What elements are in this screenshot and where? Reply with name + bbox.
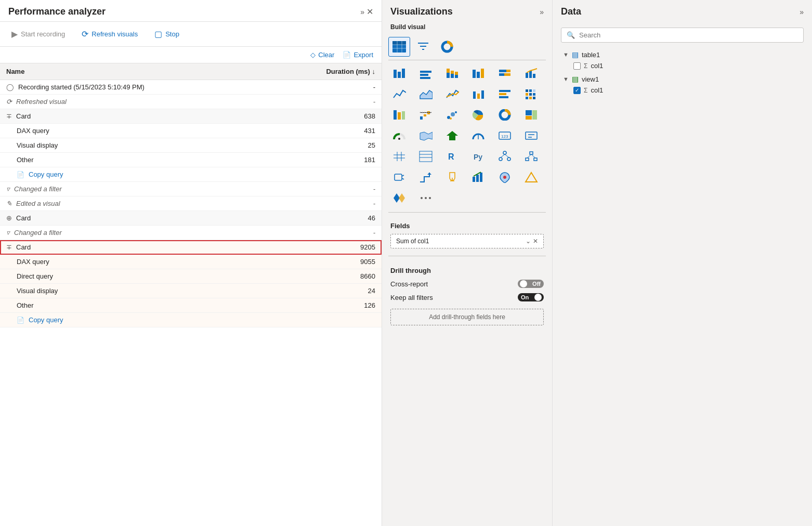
svg-rect-41 <box>533 89 535 92</box>
data-expand-icon[interactable]: » <box>800 8 804 16</box>
export-button[interactable]: 📄 Export <box>343 51 373 59</box>
play-icon: ▶ <box>11 29 18 39</box>
sigma-icon: Σ <box>584 62 587 70</box>
tree-item-table1[interactable]: ▼ ▤ table1 <box>561 49 804 60</box>
viz-waterfall[interactable] <box>415 105 437 125</box>
viz-type-donut[interactable] <box>436 37 458 57</box>
viz-line2[interactable] <box>441 84 463 104</box>
duration-cell: 126 <box>271 298 382 313</box>
cross-report-row: Cross-report Off <box>390 280 544 288</box>
collapse-icon2[interactable]: ∓ <box>6 243 12 251</box>
viz-qa[interactable] <box>415 167 437 187</box>
performance-analyzer-panel: Performance analyzer » ✕ ▶ Start recordi… <box>0 0 382 526</box>
viz-hierarchy[interactable] <box>520 147 542 166</box>
refresh-visuals-button[interactable]: ⟳ Refresh visuals <box>78 27 141 41</box>
tree-item-table1-col1[interactable]: Σ col1 <box>561 60 804 71</box>
viz-type-table[interactable] <box>388 37 410 57</box>
svg-line-84 <box>505 154 509 157</box>
svg-line-83 <box>501 154 505 157</box>
viz-shape[interactable] <box>520 167 542 187</box>
viz-funnel[interactable] <box>467 126 489 146</box>
start-recording-button[interactable]: ▶ Start recording <box>8 27 68 41</box>
viz-decomp[interactable] <box>494 147 516 166</box>
svg-rect-21 <box>455 72 458 75</box>
table-row: ▿ Changed a filter - <box>0 226 382 240</box>
viz-bar2[interactable] <box>494 84 516 104</box>
viz-treemap[interactable] <box>520 105 542 125</box>
viz-map2[interactable] <box>494 167 516 187</box>
viz-trophy[interactable] <box>441 167 463 187</box>
viz-matrix[interactable] <box>388 147 410 166</box>
view1-col1-label: col1 <box>591 86 603 94</box>
viz-stacked-col[interactable] <box>441 63 463 83</box>
viz-scatter[interactable] <box>441 105 463 125</box>
viz-line[interactable] <box>388 84 410 104</box>
close-icon[interactable]: ✕ <box>366 7 373 17</box>
row-name: Recording started (5/15/2023 5:10:49 PM) <box>18 83 145 91</box>
expand-row-icon[interactable]: ⊕ <box>6 214 12 222</box>
viz-kpi[interactable] <box>467 167 489 187</box>
viz-col-chart[interactable] <box>467 63 489 83</box>
expand-icon[interactable]: » <box>360 8 364 16</box>
viz-arrow[interactable] <box>441 126 463 146</box>
row-name: DAX query <box>17 127 49 135</box>
filter-icon: ▿ <box>6 185 10 193</box>
copy-query-link2[interactable]: Copy query <box>29 316 63 324</box>
cross-report-toggle[interactable]: Off <box>518 280 544 288</box>
duration-cell: 46 <box>271 211 382 226</box>
viz-pie[interactable] <box>467 105 489 125</box>
sort-icon[interactable]: ↓ <box>372 68 376 75</box>
collapse-icon[interactable]: ∓ <box>6 112 12 120</box>
tree-item-view1-col1[interactable]: ✓ Σ col1 <box>561 85 804 96</box>
name-cell: DAX query <box>0 255 271 269</box>
duration-cell: 25 <box>271 138 382 153</box>
row-name: DAX query <box>17 258 49 266</box>
stop-button[interactable]: ▢ Stop <box>151 27 182 41</box>
viz-more[interactable] <box>415 188 437 208</box>
svg-rect-20 <box>455 75 458 78</box>
copy-query-link[interactable]: Copy query <box>29 170 63 178</box>
clear-button[interactable]: ◇ Clear <box>310 51 334 59</box>
viz-heat[interactable] <box>520 84 542 104</box>
duration-cell: - <box>271 226 382 240</box>
viz-expand-icon[interactable]: » <box>540 8 544 16</box>
viz-table2[interactable] <box>415 147 437 166</box>
viz-r-visual[interactable]: R <box>441 147 463 166</box>
search-box[interactable]: 🔍 <box>561 28 804 43</box>
viz-stacked-bar2[interactable] <box>494 63 516 83</box>
viz-combo[interactable] <box>520 63 542 83</box>
tree-item-view1[interactable]: ▼ ▤ view1 <box>561 73 804 85</box>
add-drill-through-btn[interactable]: Add drill-through fields here <box>390 309 544 325</box>
remove-field-icon[interactable]: ✕ <box>533 238 538 245</box>
viz-python[interactable]: Py <box>467 147 489 166</box>
viz-type-filter[interactable] <box>412 37 434 57</box>
table-row: ⟳ Refreshed visual - <box>0 95 382 109</box>
keep-all-filters-toggle[interactable]: On <box>518 293 544 301</box>
visualizations-panel: Visualizations » Build visual <box>382 0 553 526</box>
duration-cell: 9055 <box>271 255 382 269</box>
viz-ribbon[interactable] <box>388 105 410 125</box>
viz-map[interactable] <box>415 126 437 146</box>
donut-viz-icon <box>440 41 454 53</box>
viz-stacked-bar[interactable] <box>388 63 410 83</box>
cross-report-label: Cross-report <box>390 280 428 288</box>
table-row: 📄 Copy query <box>0 313 382 327</box>
fields-divider <box>388 212 546 213</box>
svg-text:Py: Py <box>474 153 482 161</box>
viz-donut[interactable] <box>494 105 516 125</box>
viz-slicer[interactable] <box>520 126 542 146</box>
viz-card[interactable]: 123 <box>494 126 516 146</box>
col1-checkbox-unchecked[interactable] <box>573 62 581 70</box>
viz-bar-chart[interactable] <box>415 63 437 83</box>
viz-area[interactable] <box>415 84 437 104</box>
search-input[interactable] <box>579 31 798 39</box>
viz-chevrons[interactable] <box>388 188 410 208</box>
perf-header: Performance analyzer » ✕ <box>0 0 382 22</box>
viz-gauge[interactable] <box>388 126 410 146</box>
col1-checkbox-checked[interactable]: ✓ <box>573 87 581 94</box>
field-chip-actions: ⌄ ✕ <box>526 238 538 245</box>
chevron-down-icon[interactable]: ⌄ <box>526 238 531 245</box>
viz-col2[interactable] <box>467 84 489 104</box>
tree-group-table1: ▼ ▤ table1 Σ col1 <box>561 49 804 71</box>
viz-smart[interactable] <box>388 167 410 187</box>
